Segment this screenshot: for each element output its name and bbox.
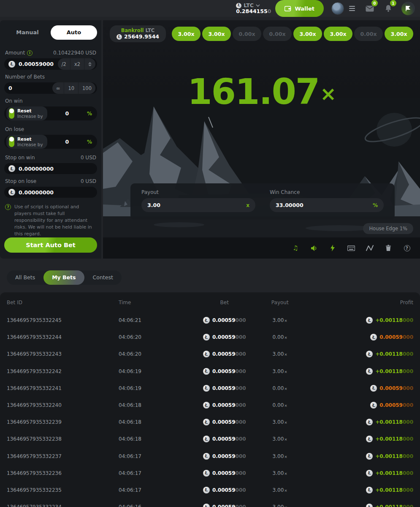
history-multiplier-chip[interactable]: 3.00x xyxy=(324,27,352,41)
history-multiplier-chip[interactable]: 0.00x xyxy=(354,27,383,41)
bet-amount: 0.00059000 xyxy=(197,419,252,425)
table-row: 1364695793533223804:06:180.000590003.00×… xyxy=(0,431,420,447)
ten-button[interactable]: 10 xyxy=(64,82,78,94)
tab-manual[interactable]: Manual xyxy=(4,25,51,40)
table-row: 1364695793533223704:06:170.000590003.00×… xyxy=(0,448,420,465)
table-row: 1364695793533223904:06:180.000590003.00×… xyxy=(0,414,420,431)
number-of-bets-value[interactable]: 0 xyxy=(8,85,49,91)
bets-tab-all-bets[interactable]: All Bets xyxy=(7,270,43,285)
number-of-bets-label: Number of Bets xyxy=(5,74,45,80)
double-button[interactable]: x2 xyxy=(70,58,84,70)
bankroll-value: 25649.9544 xyxy=(124,33,159,40)
wallet-icon xyxy=(285,6,291,11)
history-multiplier-chip[interactable]: 3.00x xyxy=(293,27,322,41)
bet-id[interactable]: 13646957935332236 xyxy=(7,470,119,476)
bet-id[interactable]: 13646957935332237 xyxy=(7,453,119,459)
bet-time: 04:06:20 xyxy=(119,334,197,340)
on-lose-row: Reset Increase by 0 % xyxy=(4,135,97,149)
win-chance-value[interactable]: 33.00000 xyxy=(276,202,373,208)
on-lose-label: On lose xyxy=(5,126,24,132)
on-win-value[interactable]: 0 xyxy=(47,110,87,117)
bet-id[interactable]: 13646957935332239 xyxy=(7,419,119,425)
infinity-button[interactable]: ∞ xyxy=(52,82,64,94)
wallet-label: Wallet xyxy=(295,5,314,12)
chat-toggle-button[interactable] xyxy=(401,2,415,15)
table-row: 1364695793533223404:06:160.000590003.00×… xyxy=(0,499,420,507)
bet-payout: 0.00× xyxy=(252,334,308,340)
payout-input[interactable]: 3.00 x xyxy=(141,198,255,212)
bet-id[interactable]: 13646957935332244 xyxy=(7,334,119,340)
music-icon[interactable]: ♫ xyxy=(292,244,299,252)
toggle-icon[interactable] xyxy=(9,136,14,147)
history-multiplier-chip[interactable]: 3.00x xyxy=(172,27,201,41)
currency-selector[interactable]: LTC 0.28441550 xyxy=(236,3,271,14)
bet-payout: 0.00× xyxy=(252,402,308,408)
on-lose-value[interactable]: 0 xyxy=(47,139,87,145)
mail-button[interactable]: 0 xyxy=(364,3,375,14)
menu-icon[interactable] xyxy=(347,4,357,13)
wallet-button[interactable]: Wallet xyxy=(275,0,324,17)
bet-id[interactable]: 13646957935332241 xyxy=(7,385,119,391)
bets-tab-contest[interactable]: Contest xyxy=(84,270,122,285)
on-lose-reset-toggle[interactable]: Reset Increase by xyxy=(6,135,47,149)
half-button[interactable]: /2 xyxy=(58,58,70,70)
column-header: Bet xyxy=(197,300,252,305)
hotkeys-icon[interactable] xyxy=(347,244,355,252)
payout-value[interactable]: 3.00 xyxy=(147,202,246,208)
history-multiplier-chip[interactable]: 0.00x xyxy=(263,27,292,41)
bet-id[interactable]: 13646957935332238 xyxy=(7,436,119,442)
bet-payout: 3.00× xyxy=(252,368,308,374)
flag-icon xyxy=(405,5,411,11)
history-multiplier-chip[interactable]: 3.00x xyxy=(202,27,231,41)
mail-icon xyxy=(366,5,374,12)
avatar[interactable] xyxy=(331,2,344,15)
table-row: 1364695793533223504:06:170.000590003.00×… xyxy=(0,482,420,499)
start-auto-bet-button[interactable]: Start Auto Bet xyxy=(4,237,97,253)
amount-stepper[interactable] xyxy=(84,58,95,70)
win-chance-input[interactable]: 33.00000 % xyxy=(270,198,384,212)
info-icon[interactable]: i xyxy=(27,50,33,56)
bet-id[interactable]: 13646957935332240 xyxy=(7,402,119,408)
tab-auto[interactable]: Auto xyxy=(51,25,97,40)
stop-on-win-value[interactable]: 0.00000000 xyxy=(19,166,95,172)
notifications-button[interactable]: 1 xyxy=(383,3,394,14)
bet-profit: +0.00118000 xyxy=(308,436,413,442)
bets-tab-my-bets[interactable]: My Bets xyxy=(43,270,84,285)
number-of-bets-input[interactable]: 0 ∞ 10 100 xyxy=(4,82,97,94)
bet-amount: 0.00059000 xyxy=(197,504,252,507)
stop-on-lose-value[interactable]: 0.00000000 xyxy=(19,189,95,196)
table-row: 1364695793533224504:06:210.000590003.00×… xyxy=(0,312,420,329)
bet-id[interactable]: 13646957935332242 xyxy=(7,368,119,374)
bet-profit: +0.00118000 xyxy=(308,419,413,425)
ltc-coin-icon xyxy=(203,470,210,477)
history-multiplier-chip[interactable]: 0.00x xyxy=(233,27,261,41)
turbo-icon[interactable] xyxy=(329,244,336,252)
amount-value[interactable]: 0.00059000 xyxy=(19,61,54,67)
stop-on-lose-input[interactable]: 0.00000000 xyxy=(4,187,97,198)
bet-id[interactable]: 13646957935332243 xyxy=(7,351,119,357)
ltc-coin-icon xyxy=(8,61,15,68)
on-win-reset-toggle[interactable]: Reset Increase by xyxy=(6,106,47,120)
ltc-coin-icon xyxy=(366,470,373,477)
currency-label: LTC xyxy=(244,3,254,8)
stop-on-win-input[interactable]: 0.00000000 xyxy=(4,163,97,174)
bet-id[interactable]: 13646957935332235 xyxy=(7,487,119,493)
stop-on-win-label: Stop on win xyxy=(5,155,35,161)
sound-icon[interactable] xyxy=(310,244,318,252)
amount-input[interactable]: 0.00059000 /2 x2 xyxy=(4,58,97,70)
bet-id[interactable]: 13646957935332234 xyxy=(7,504,119,507)
history-multiplier-chip[interactable]: 3.00x xyxy=(385,27,413,41)
bet-time: 04:06:17 xyxy=(119,453,197,459)
stats-icon[interactable] xyxy=(366,244,374,252)
amount-usd: 0.10422940 USD xyxy=(53,50,96,56)
bets-table-body: 1364695793533224504:06:210.000590003.00×… xyxy=(0,312,420,507)
mail-badge: 0 xyxy=(371,0,378,6)
bet-profit: +0.00118000 xyxy=(308,351,413,357)
hundred-button[interactable]: 100 xyxy=(78,82,95,94)
bet-id[interactable]: 13646957935332245 xyxy=(7,317,119,323)
clear-data-icon[interactable] xyxy=(385,244,392,252)
increase-by-label: Increase by xyxy=(17,114,43,119)
help-icon[interactable]: ? xyxy=(403,244,411,252)
toggle-icon[interactable] xyxy=(9,108,14,119)
payout-clear-icon[interactable]: x xyxy=(246,202,249,208)
